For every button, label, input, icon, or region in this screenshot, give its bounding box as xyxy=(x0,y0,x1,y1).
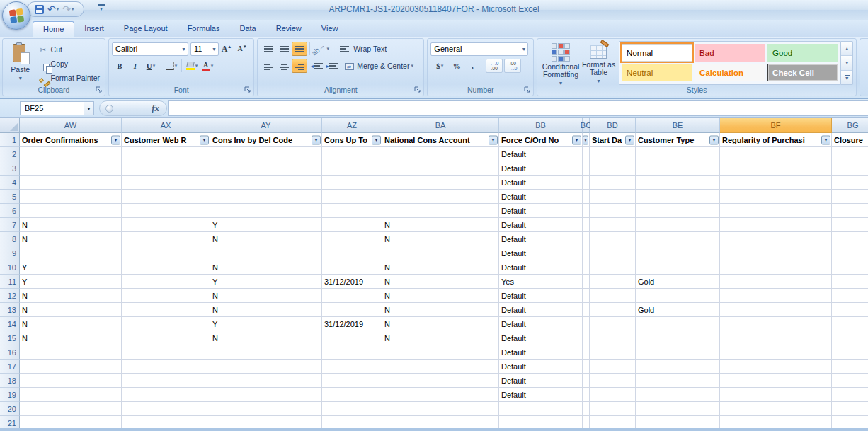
style-good[interactable]: Good xyxy=(767,44,838,62)
cell-AY3[interactable] xyxy=(210,161,322,176)
cell-BA1[interactable]: National Cons Account▼ xyxy=(382,133,499,147)
cell-AX3[interactable] xyxy=(122,161,210,176)
cell-BE12[interactable] xyxy=(636,289,720,303)
cell-AX18[interactable] xyxy=(122,374,210,388)
cell-BG9[interactable] xyxy=(832,246,868,260)
cell-AW13[interactable]: N xyxy=(20,303,122,317)
cell-BG15[interactable] xyxy=(832,331,868,345)
cell-BD7[interactable] xyxy=(590,218,636,232)
cell-BA18[interactable] xyxy=(382,374,499,388)
filter-button-AY[interactable]: ▼ xyxy=(312,135,321,144)
tab-insert[interactable]: Insert xyxy=(74,21,114,37)
cell-AY15[interactable]: N xyxy=(210,331,322,345)
row-header-15[interactable]: 15 xyxy=(0,331,20,345)
cell-AZ5[interactable] xyxy=(322,190,382,204)
increase-indent-button[interactable]: ▸ xyxy=(323,59,338,73)
row-header-1[interactable]: 1 xyxy=(0,133,20,147)
gallery-more-button[interactable]: ▼ xyxy=(841,71,852,84)
cell-BF6[interactable] xyxy=(720,204,832,218)
number-format-combo[interactable]: General▼ xyxy=(430,42,528,56)
font-dialog-launcher[interactable] xyxy=(244,86,252,94)
cell-BD1[interactable]: Start Da▼ xyxy=(590,133,636,147)
cell-AX15[interactable] xyxy=(122,331,210,345)
tab-review[interactable]: Review xyxy=(266,21,312,37)
cell-BD15[interactable] xyxy=(590,331,636,345)
cell-BG8[interactable] xyxy=(832,232,868,246)
cell-BC15[interactable] xyxy=(583,331,590,345)
filter-button-BB[interactable]: ▼ xyxy=(572,135,581,144)
cell-AX14[interactable] xyxy=(122,317,210,331)
align-center-button[interactable] xyxy=(276,59,292,73)
column-header-BF[interactable]: BF xyxy=(720,118,832,133)
accounting-format-button[interactable]: $▾ xyxy=(430,59,449,73)
cell-BB15[interactable]: Default xyxy=(499,331,583,345)
row-header-5[interactable]: 5 xyxy=(0,190,20,204)
middle-align-button[interactable] xyxy=(276,42,292,56)
align-left-button[interactable] xyxy=(261,59,276,73)
name-box-dropdown-icon[interactable]: ▼ xyxy=(84,102,93,115)
grow-font-button[interactable]: A▲ xyxy=(219,42,234,56)
cell-BA4[interactable] xyxy=(382,176,499,190)
cell-AX13[interactable] xyxy=(122,303,210,317)
cell-BC11[interactable] xyxy=(583,275,590,289)
cell-BG5[interactable] xyxy=(832,190,868,204)
cell-BD10[interactable] xyxy=(590,260,636,275)
cell-BB11[interactable]: Yes xyxy=(499,275,583,289)
cell-BF5[interactable] xyxy=(720,190,832,204)
cell-BA3[interactable] xyxy=(382,161,499,176)
tab-home[interactable]: Home xyxy=(33,21,74,37)
cell-BD11[interactable] xyxy=(590,275,636,289)
cell-AX11[interactable] xyxy=(122,275,210,289)
cell-AW15[interactable]: N xyxy=(20,331,122,345)
cell-BF17[interactable] xyxy=(720,360,832,374)
row-header-11[interactable]: 11 xyxy=(0,275,20,289)
copy-button[interactable]: Copy xyxy=(35,57,102,71)
cell-AY9[interactable] xyxy=(210,246,322,260)
cell-BE7[interactable] xyxy=(636,218,720,232)
cell-BF13[interactable] xyxy=(720,303,832,317)
alignment-dialog-launcher[interactable] xyxy=(414,86,422,94)
tab-page-layout[interactable]: Page Layout xyxy=(114,21,178,37)
cell-BC1[interactable]: ▼ xyxy=(583,133,590,147)
cell-BC12[interactable] xyxy=(583,289,590,303)
cell-BC2[interactable] xyxy=(583,147,590,161)
cell-AZ13[interactable] xyxy=(322,303,382,317)
row-header-12[interactable]: 12 xyxy=(0,289,20,303)
cell-BD16[interactable] xyxy=(590,345,636,360)
cell-BA2[interactable] xyxy=(382,147,499,161)
cell-BD2[interactable] xyxy=(590,147,636,161)
cell-AW11[interactable]: Y xyxy=(20,275,122,289)
cell-BG18[interactable] xyxy=(832,374,868,388)
cell-BB14[interactable]: Default xyxy=(499,317,583,331)
cell-BA16[interactable] xyxy=(382,345,499,360)
cell-BE4[interactable] xyxy=(636,176,720,190)
cell-AY18[interactable] xyxy=(210,374,322,388)
cell-BE17[interactable] xyxy=(636,360,720,374)
filter-button-BC[interactable]: ▼ xyxy=(583,135,588,144)
cell-AY19[interactable] xyxy=(210,388,322,402)
cell-AY12[interactable]: N xyxy=(210,289,322,303)
cell-AY2[interactable] xyxy=(210,147,322,161)
cell-AY8[interactable]: N xyxy=(210,232,322,246)
cell-BG17[interactable] xyxy=(832,360,868,374)
cell-AX2[interactable] xyxy=(122,147,210,161)
cell-BE15[interactable] xyxy=(636,331,720,345)
cell-BE18[interactable] xyxy=(636,374,720,388)
cell-AW14[interactable]: N xyxy=(20,317,122,331)
select-all-corner[interactable] xyxy=(0,118,20,133)
cell-BF7[interactable] xyxy=(720,218,832,232)
cell-AZ1[interactable]: Cons Up To▼ xyxy=(322,133,382,147)
cell-BA10[interactable]: N xyxy=(382,260,499,275)
cell-BE14[interactable] xyxy=(636,317,720,331)
cell-AX9[interactable] xyxy=(122,246,210,260)
cell-BA7[interactable]: N xyxy=(382,218,499,232)
cell-BA8[interactable]: N xyxy=(382,232,499,246)
insert-function-button[interactable]: fx xyxy=(152,103,159,114)
office-button[interactable] xyxy=(2,1,30,30)
filter-button-BF[interactable]: ▼ xyxy=(821,135,830,144)
cell-AY7[interactable]: Y xyxy=(210,218,322,232)
cell-AW2[interactable] xyxy=(20,147,122,161)
cell-BD4[interactable] xyxy=(590,176,636,190)
cell-AX1[interactable]: Customer Web R▼ xyxy=(122,133,210,147)
cell-AW4[interactable] xyxy=(20,176,122,190)
